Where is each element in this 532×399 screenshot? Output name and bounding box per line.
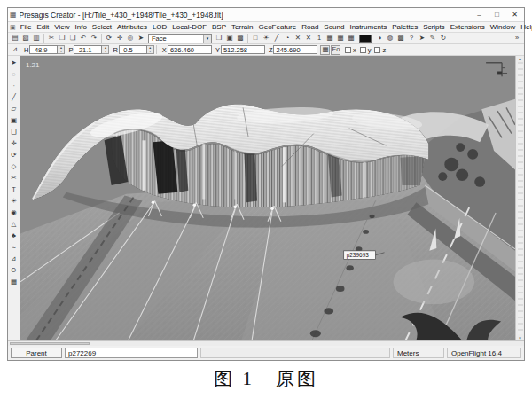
y-field[interactable]: 512.258 xyxy=(221,45,265,54)
spinner[interactable]: ▴▾ xyxy=(147,45,154,54)
spinner[interactable]: ▴▾ xyxy=(102,45,109,54)
heading-field[interactable]: -48.9 xyxy=(29,45,58,54)
spinner[interactable]: ▴▾ xyxy=(58,45,65,54)
save-icon[interactable]: ▥ xyxy=(32,34,42,43)
texture-sphere-icon[interactable]: ◍ xyxy=(386,34,395,43)
menu-item-attributes[interactable]: Attributes xyxy=(114,23,150,31)
menu-item-terrain[interactable]: Terrain xyxy=(229,23,255,31)
undo-icon[interactable]: ↶ xyxy=(79,34,89,43)
redo-icon[interactable]: ↷ xyxy=(90,34,99,43)
object-tool-icon[interactable]: ▣ xyxy=(9,114,20,126)
scale-tool-icon[interactable]: ◇ xyxy=(9,160,20,172)
menu-item-edit[interactable]: Edit xyxy=(35,23,52,31)
menu-item-geofeature[interactable]: GeoFeature xyxy=(256,23,300,31)
pick-icon[interactable]: ➤ xyxy=(418,34,427,43)
object-mode-icon[interactable]: ▣ xyxy=(225,34,235,43)
delete-icon[interactable]: ✕ xyxy=(293,34,303,43)
menu-item-file[interactable]: File xyxy=(18,23,35,31)
menu-item-help[interactable]: Help xyxy=(518,23,532,31)
layers2-icon[interactable]: ▦ xyxy=(336,34,346,43)
move-tool-icon[interactable]: ✛ xyxy=(9,137,20,149)
measure-tool-icon[interactable]: ⊿ xyxy=(9,253,20,264)
menu-item-lod[interactable]: LOD xyxy=(150,23,169,31)
copy-icon[interactable]: ❐ xyxy=(58,34,67,43)
reload-icon[interactable]: ↻ xyxy=(439,34,449,43)
menu-item-local-dof[interactable]: Local-DOF xyxy=(169,23,209,31)
text-tool-icon[interactable]: T xyxy=(9,184,20,195)
color-swatch[interactable] xyxy=(359,35,372,43)
axis-check-z[interactable] xyxy=(374,47,380,53)
wireframe-icon[interactable]: □ xyxy=(251,34,261,43)
new-file-icon[interactable]: ▤ xyxy=(11,34,20,43)
paste-icon[interactable]: ❏ xyxy=(68,34,78,43)
menu-item-scripts[interactable]: Scripts xyxy=(420,23,447,31)
grid-snap-button[interactable]: ▦ xyxy=(320,45,330,55)
cut-icon[interactable]: ✂ xyxy=(47,34,57,43)
dark-texture-icon[interactable]: ▩ xyxy=(396,34,406,43)
triangle-icon[interactable]: ⊿ xyxy=(11,45,20,55)
focus-button[interactable]: Fo xyxy=(331,45,340,55)
minimize-button[interactable]: – xyxy=(472,9,487,20)
group-mode-icon[interactable]: ▩ xyxy=(236,34,246,43)
layers-icon[interactable]: ▦ xyxy=(325,34,335,43)
close-button[interactable]: ✕ xyxy=(507,9,522,20)
edge-tool-icon[interactable]: ╱ xyxy=(9,91,20,103)
menu-item-palettes[interactable]: Palettes xyxy=(389,23,420,31)
menu-item-instruments[interactable]: Instruments xyxy=(347,23,389,31)
3d-scene-canvas[interactable]: 1.21 p239693 xyxy=(20,56,515,340)
cancel-icon[interactable]: ✕ xyxy=(304,34,314,43)
scroll-up-icon[interactable]: ▴ xyxy=(519,56,521,61)
menu-item-road[interactable]: Road xyxy=(299,23,321,31)
viewport[interactable]: 1.21 p239693 xyxy=(20,56,515,340)
tree-tool-icon[interactable]: ♣ xyxy=(9,230,20,241)
zoom-select-icon[interactable]: ◔ xyxy=(283,34,293,43)
select-arrow-icon[interactable]: ➤ xyxy=(137,34,146,43)
slash-icon[interactable]: ╱ xyxy=(272,34,282,43)
mode-select[interactable]: Face ▾ xyxy=(148,34,212,43)
menu-item-extensions[interactable]: Extensions xyxy=(448,23,488,31)
orbit-icon[interactable]: ⟳ xyxy=(105,34,114,43)
selected-node-field[interactable]: p272269 xyxy=(65,348,198,358)
pitch-field[interactable]: -21.1 xyxy=(74,45,102,54)
menu-item-sound[interactable]: Sound xyxy=(321,23,347,31)
shade-sphere-icon[interactable]: ◑ xyxy=(375,34,385,43)
menu-item-view[interactable]: View xyxy=(51,23,72,31)
polygon-tool-icon[interactable]: ▱ xyxy=(9,103,20,114)
parent-button[interactable]: Parent xyxy=(11,348,62,358)
x-field[interactable]: 636.460 xyxy=(168,45,212,54)
z-field[interactable]: 245.690 xyxy=(273,45,317,54)
scroll-track[interactable] xyxy=(518,62,523,334)
pan-icon[interactable]: ✛ xyxy=(115,34,125,43)
face-mode-icon[interactable]: ❒ xyxy=(215,34,224,43)
pencil-icon[interactable]: ✎ xyxy=(428,34,438,43)
vertical-scrollbar[interactable]: ▴ ▾ xyxy=(515,56,524,340)
axis-check-x[interactable] xyxy=(345,47,351,53)
light-icon[interactable]: ☀ xyxy=(262,34,271,43)
help-icon[interactable]: ? xyxy=(407,34,417,43)
water-tool-icon[interactable]: ≈ xyxy=(9,241,20,253)
menu-item-select[interactable]: Select xyxy=(90,23,114,31)
terrain-tool-icon[interactable]: △ xyxy=(9,218,20,230)
menu-item-info[interactable]: Info xyxy=(73,23,90,31)
axis-check-y[interactable] xyxy=(360,47,366,53)
zoom-icon[interactable]: ◎ xyxy=(126,34,136,43)
group-tool-icon[interactable]: ❑ xyxy=(9,126,20,137)
toolbar-overflow-button[interactable]: » xyxy=(512,34,522,43)
vertex-tool-icon[interactable]: ∙ xyxy=(9,80,20,91)
maximize-button[interactable]: □ xyxy=(489,9,505,20)
cut-tool-icon[interactable]: ✂ xyxy=(9,172,20,184)
select-tool-icon[interactable]: ➤ xyxy=(9,57,20,68)
lasso-tool-icon[interactable]: ◌ xyxy=(9,68,20,80)
menu-item-window[interactable]: Window xyxy=(488,23,518,31)
light-tool-icon[interactable]: ☀ xyxy=(9,195,20,207)
layers3-icon[interactable]: ▦ xyxy=(347,34,356,43)
open-file-icon[interactable]: ▧ xyxy=(21,34,31,43)
grid-tool-icon[interactable]: ▦ xyxy=(9,276,20,287)
magnet-tool-icon[interactable]: ⊙ xyxy=(9,264,20,276)
eye-tool-icon[interactable]: ◉ xyxy=(9,207,20,218)
rotate-tool-icon[interactable]: ⟳ xyxy=(9,149,20,160)
roll-field[interactable]: -0.5 xyxy=(119,45,147,54)
horizontal-scrollbar[interactable] xyxy=(8,340,524,346)
one-icon[interactable]: 1 xyxy=(315,34,325,43)
scroll-thumb[interactable] xyxy=(10,342,90,345)
